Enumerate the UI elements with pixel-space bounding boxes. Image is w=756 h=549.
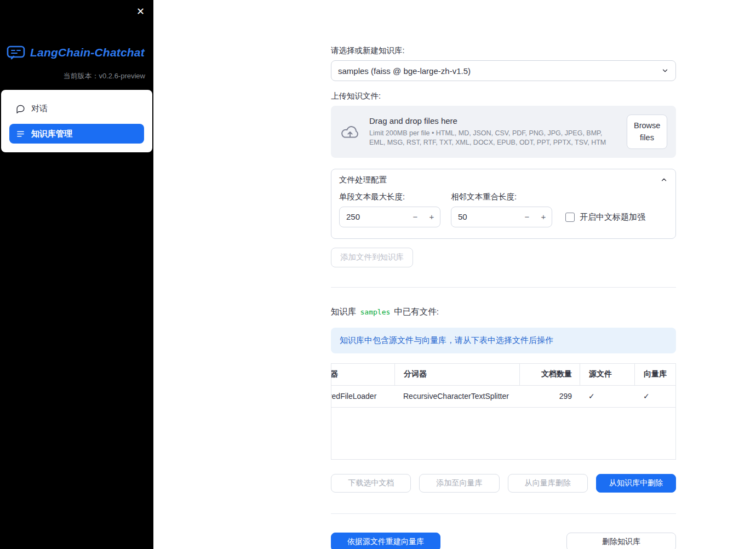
delete-from-vector-store-button[interactable]: 从向量库删除 (508, 474, 588, 493)
table-row[interactable]: UnstructuredFileLoader RecursiveCharacte… (331, 386, 675, 408)
delete-kb-button[interactable]: 删除知识库 (566, 533, 676, 549)
file-config-expander: 文件处理配置 单段文本最大长度: 250 − + 相邻文 (331, 169, 676, 239)
file-config-expander-header[interactable]: 文件处理配置 (331, 169, 675, 191)
file-uploader-dropzone[interactable]: Drag and drop files here Limit 200MB per… (331, 106, 676, 158)
col-header-doc-count[interactable]: 文档数量 (519, 364, 580, 385)
zh-title-enhance-label: 开启中文标题加强 (580, 212, 645, 222)
checkbox-box-icon[interactable] (565, 213, 575, 222)
kb-files-prefix: 知识库 (331, 306, 357, 318)
zh-title-enhance-checkbox[interactable]: 开启中文标题加强 (565, 212, 645, 222)
overlap-size-input[interactable]: 50 − + (451, 207, 552, 227)
sidebar-nav: 对话 知识库管理 (1, 90, 152, 152)
cell-loader: UnstructuredFileLoader (331, 386, 394, 407)
chevron-up-icon (660, 176, 668, 184)
chunk-size-decrement-button[interactable]: − (407, 212, 423, 221)
rebuild-vector-store-button[interactable]: 依据源文件重建向量库 (331, 533, 440, 549)
cell-vector-store-check: ✓ (634, 386, 675, 407)
chunk-size-increment-button[interactable]: + (423, 212, 440, 221)
kb-select-label: 请选择或新建知识库: (331, 45, 676, 56)
col-header-loader[interactable]: 文档加载器 (331, 364, 394, 385)
main-area: 请选择或新建知识库: samples (faiss @ bge-large-zh… (153, 0, 756, 549)
kb-name-code: samples (360, 308, 391, 316)
kb-manage-row: 依据源文件重建向量库 删除知识库 (331, 533, 676, 549)
col-header-vector-store[interactable]: 向量库 (634, 364, 675, 385)
download-selected-button[interactable]: 下载选中文档 (331, 474, 411, 493)
add-files-to-kb-button[interactable]: 添加文件到知识库 (331, 248, 413, 267)
delete-from-kb-button[interactable]: 从知识库中删除 (596, 474, 676, 493)
cell-splitter: RecursiveCharacterTextSplitter (394, 386, 519, 407)
chevron-down-icon (661, 67, 669, 75)
kb-files-table: 文档加载器 分词器 文档数量 源文件 向量库 UnstructuredFileL… (331, 363, 676, 460)
file-config-title: 文件处理配置 (339, 175, 387, 185)
upload-label: 上传知识文件: (331, 91, 676, 101)
sidebar-item-dialogue[interactable]: 对话 (9, 99, 144, 118)
table-header-row: 文档加载器 分词器 文档数量 源文件 向量库 (331, 364, 675, 386)
info-alert-text: 知识库中包含源文件与向量库，请从下表中选择文件后操作 (340, 335, 553, 345)
cell-source-file-check: ✓ (580, 386, 634, 407)
kb-selectbox[interactable]: samples (faiss @ bge-large-zh-v1.5) (331, 60, 676, 81)
col-header-splitter[interactable]: 分词器 (394, 364, 519, 385)
uploader-drag-text: Drag and drop files here (369, 116, 618, 125)
col-header-source-file[interactable]: 源文件 (580, 364, 634, 385)
logo-chat-icon (7, 45, 25, 60)
sidebar-close-icon[interactable]: ✕ (134, 3, 147, 20)
uploader-limit-text: Limit 200MB per file • HTML, MD, JSON, C… (369, 129, 618, 147)
kb-files-suffix: 中已有文件: (394, 306, 439, 318)
chunk-size-label: 单段文本最大长度: (339, 192, 440, 202)
logo-text: LangChain-Chatchat (30, 46, 145, 59)
sidebar-item-label: 对话 (31, 104, 48, 114)
add-to-vector-store-button[interactable]: 添加至向量库 (419, 474, 499, 493)
kb-files-heading: 知识库 samples 中已有文件: (331, 306, 676, 318)
overlap-size-decrement-button[interactable]: − (519, 212, 535, 221)
file-actions-row: 下载选中文档 添加至向量库 从向量库删除 从知识库中删除 (331, 474, 676, 493)
sidebar-item-knowledge-base[interactable]: 知识库管理 (9, 124, 144, 144)
app-logo: LangChain-Chatchat (7, 45, 153, 60)
sidebar-item-label: 知识库管理 (31, 129, 72, 139)
overlap-size-increment-button[interactable]: + (535, 212, 552, 221)
divider (331, 513, 676, 514)
kb-selectbox-value: samples (faiss @ bge-large-zh-v1.5) (338, 66, 471, 76)
list-icon (16, 129, 25, 139)
info-alert: 知识库中包含源文件与向量库，请从下表中选择文件后操作 (331, 328, 676, 353)
chunk-size-input[interactable]: 250 − + (339, 207, 440, 227)
sidebar: ✕ LangChain-Chatchat 当前版本：v0.2.6-preview… (0, 0, 153, 549)
divider (331, 287, 676, 288)
cloud-upload-icon (340, 123, 360, 140)
overlap-size-label: 相邻文本重合长度: (451, 192, 552, 202)
overlap-size-value: 50 (451, 212, 519, 221)
table-empty-area (331, 408, 675, 459)
chunk-size-value: 250 (340, 212, 407, 221)
cell-doc-count: 299 (519, 386, 580, 407)
version-label: 当前版本：v0.2.6-preview (0, 71, 145, 81)
browse-files-button[interactable]: Browse files (627, 115, 667, 149)
chat-bubble-icon (16, 104, 25, 113)
